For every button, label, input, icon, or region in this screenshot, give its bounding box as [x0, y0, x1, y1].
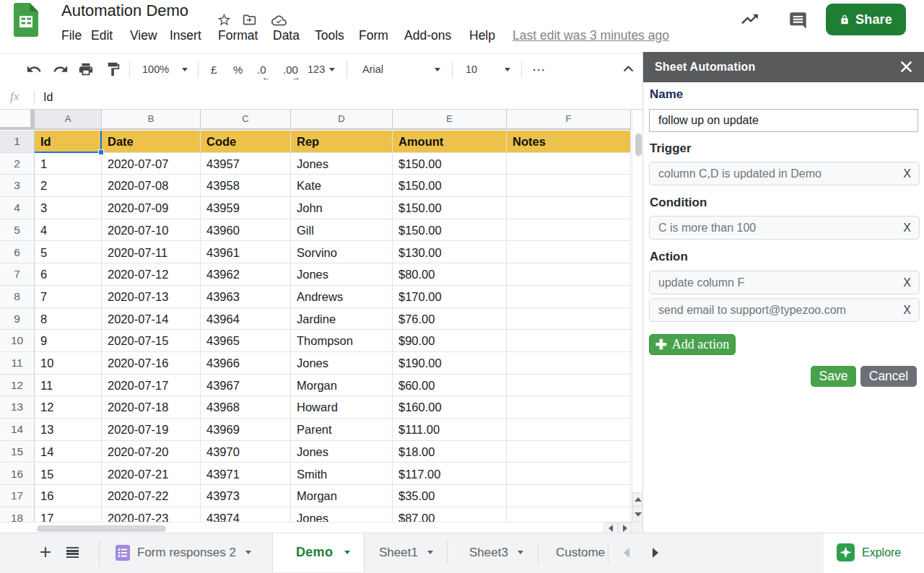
- cell-F3[interactable]: [507, 175, 631, 197]
- horizontal-scrollbar-thumb[interactable]: [37, 525, 166, 532]
- cell-A7[interactable]: 6: [35, 263, 102, 286]
- cell-C13[interactable]: 43968: [201, 396, 291, 419]
- menu-data[interactable]: Data: [273, 26, 300, 45]
- remove-condition-button[interactable]: X: [903, 216, 911, 239]
- cell-B4[interactable]: 2020-07-09: [102, 197, 201, 219]
- cell-C10[interactable]: 43965: [201, 330, 291, 352]
- cell-D6[interactable]: Sorvino: [291, 242, 393, 264]
- cell-A14[interactable]: 13: [35, 419, 102, 441]
- cell-C5[interactable]: 43960: [201, 219, 291, 242]
- menu-format[interactable]: Format: [218, 26, 258, 45]
- redo-icon[interactable]: [53, 61, 69, 77]
- cell-C1[interactable]: Code: [201, 131, 291, 153]
- sheet-tab-custome[interactable]: Custome: [539, 533, 609, 572]
- chevron-down-icon[interactable]: [344, 551, 350, 554]
- cell-D11[interactable]: Jones: [291, 352, 393, 375]
- row-header-6[interactable]: 6: [0, 242, 35, 264]
- cell-A2[interactable]: 1: [35, 153, 102, 175]
- cell-F5[interactable]: [507, 219, 631, 242]
- menu-insert[interactable]: Insert: [170, 26, 201, 45]
- cell-A16[interactable]: 15: [35, 463, 102, 486]
- cell-A6[interactable]: 5: [35, 242, 102, 264]
- cell-E18[interactable]: $87.00: [393, 507, 507, 522]
- zoom-select[interactable]: 100%: [142, 54, 169, 85]
- menu-file[interactable]: File: [61, 26, 82, 45]
- cell-A9[interactable]: 8: [35, 308, 102, 331]
- cell-E1[interactable]: Amount: [393, 131, 507, 153]
- cell-F1[interactable]: Notes: [507, 131, 631, 153]
- cell-B5[interactable]: 2020-07-10: [102, 219, 201, 242]
- menu-add-ons[interactable]: Add-ons: [404, 26, 451, 45]
- cell-A1[interactable]: Id: [35, 131, 102, 153]
- save-button[interactable]: Save: [811, 366, 856, 387]
- column-header-C[interactable]: C: [201, 110, 291, 130]
- cell-F8[interactable]: [507, 286, 631, 308]
- cell-F14[interactable]: [507, 419, 631, 441]
- chevron-down-icon[interactable]: [518, 551, 523, 554]
- close-icon[interactable]: [899, 60, 913, 74]
- row-header-2[interactable]: 2: [0, 153, 35, 175]
- column-header-B[interactable]: B: [102, 110, 201, 130]
- cell-C12[interactable]: 43967: [201, 375, 291, 397]
- cell-A10[interactable]: 9: [35, 330, 102, 352]
- cell-F15[interactable]: [507, 441, 631, 463]
- cell-F10[interactable]: [507, 330, 631, 352]
- cell-E16[interactable]: $117.00: [393, 463, 507, 486]
- cell-C4[interactable]: 43959: [201, 197, 291, 219]
- cell-C11[interactable]: 43966: [201, 352, 291, 375]
- automation-name-input[interactable]: [649, 109, 918, 132]
- row-header-17[interactable]: 17: [0, 485, 35, 507]
- cell-E3[interactable]: $150.00: [393, 175, 507, 197]
- cell-D2[interactable]: Jones: [291, 153, 393, 175]
- row-header-12[interactable]: 12: [0, 375, 35, 397]
- cell-B13[interactable]: 2020-07-18: [102, 396, 201, 419]
- cell-C3[interactable]: 43958: [201, 175, 291, 197]
- cell-B16[interactable]: 2020-07-21: [102, 463, 201, 486]
- cell-D16[interactable]: Smith: [291, 463, 393, 486]
- column-header-F[interactable]: F: [507, 110, 631, 130]
- row-header-14[interactable]: 14: [0, 419, 35, 441]
- cell-F11[interactable]: [507, 352, 631, 375]
- cell-C9[interactable]: 43964: [201, 308, 291, 331]
- cell-B3[interactable]: 2020-07-08: [102, 175, 201, 197]
- row-header-15[interactable]: 15: [0, 441, 35, 463]
- vertical-scrollbar[interactable]: [632, 110, 642, 522]
- paint-format-icon[interactable]: [105, 61, 121, 77]
- cell-B11[interactable]: 2020-07-16: [102, 352, 201, 375]
- cell-D18[interactable]: Jones: [291, 507, 393, 522]
- sheet-tab-sheet1[interactable]: Sheet1: [365, 533, 448, 572]
- cell-C16[interactable]: 43971: [201, 463, 291, 486]
- column-header-A[interactable]: A: [35, 110, 102, 130]
- chevron-down-icon[interactable]: [245, 551, 251, 554]
- cell-D5[interactable]: Gill: [291, 219, 393, 242]
- cell-D14[interactable]: Parent: [291, 419, 393, 441]
- cell-A13[interactable]: 12: [35, 396, 102, 419]
- font-size-select[interactable]: 10: [466, 54, 477, 85]
- sheet-tab-demo[interactable]: Demo: [272, 533, 365, 572]
- cell-C8[interactable]: 43963: [201, 286, 291, 308]
- cell-B10[interactable]: 2020-07-15: [102, 330, 201, 352]
- more-toolbar-button[interactable]: ⋯: [532, 54, 546, 85]
- cell-B18[interactable]: 2020-07-23: [102, 507, 201, 522]
- sheet-tab-form-responses-2[interactable]: Form responses 2: [100, 533, 272, 572]
- cell-A15[interactable]: 14: [35, 441, 102, 463]
- trigger-pill[interactable]: column C,D is updated in DemoX: [649, 162, 920, 185]
- remove-trigger-button[interactable]: X: [903, 162, 911, 185]
- add-sheet-button[interactable]: +: [35, 541, 56, 563]
- cell-F18[interactable]: [507, 507, 631, 522]
- cancel-button[interactable]: Cancel: [860, 366, 917, 387]
- cell-D1[interactable]: Rep: [291, 131, 393, 153]
- cell-B6[interactable]: 2020-07-11: [102, 242, 201, 264]
- cell-E13[interactable]: $160.00: [393, 396, 507, 419]
- cell-E7[interactable]: $80.00: [393, 263, 507, 286]
- cell-C2[interactable]: 43957: [201, 153, 291, 175]
- cell-C14[interactable]: 43969: [201, 419, 291, 441]
- sheet-tab-sheet3[interactable]: Sheet3: [448, 533, 539, 572]
- chevron-down-icon[interactable]: [435, 68, 440, 71]
- format-currency-button[interactable]: £: [211, 54, 217, 85]
- cell-E12[interactable]: $60.00: [393, 375, 507, 397]
- row-header-10[interactable]: 10: [0, 330, 35, 352]
- row-header-3[interactable]: 3: [0, 175, 35, 197]
- cell-E6[interactable]: $130.00: [393, 242, 507, 264]
- cell-A18[interactable]: 17: [35, 507, 102, 522]
